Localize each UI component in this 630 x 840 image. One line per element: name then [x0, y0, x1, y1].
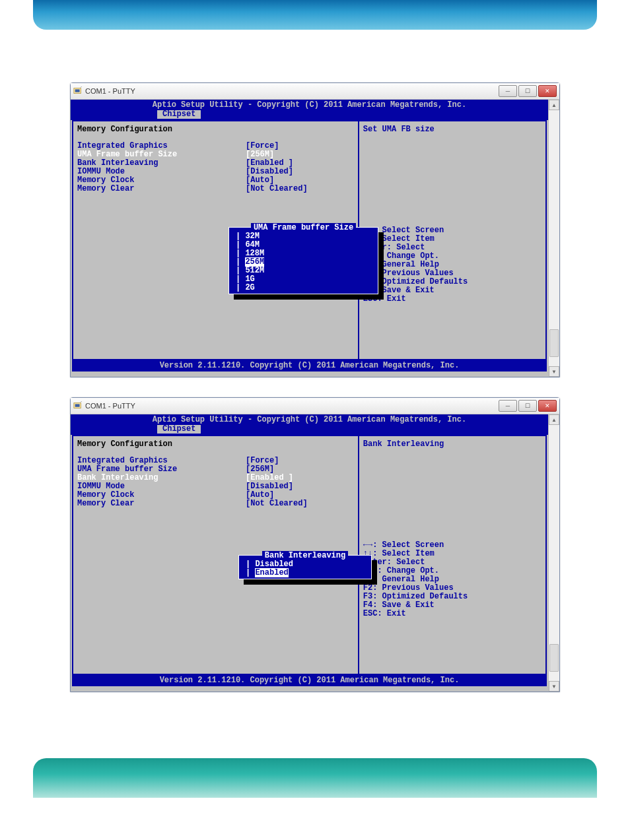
scrollbar[interactable]: ▲ ▼ [548, 414, 559, 692]
bios-right-col: Set UMA FB size ←→: Select Screen↑↓: Sel… [359, 121, 545, 359]
putty-icon [73, 86, 83, 96]
setting-row[interactable]: Memory Clear[Not Cleared] [77, 500, 354, 508]
scrollbar[interactable]: ▲ ▼ [548, 100, 559, 377]
window-controls: ─ ☐ ✕ [499, 85, 557, 97]
tab-chipset[interactable]: Chipset [157, 110, 201, 119]
setting-value: [Not Cleared] [246, 500, 308, 508]
bios-terminal[interactable]: Aptio Setup Utility - Copyright (C) 2011… [71, 100, 548, 377]
settings-list: Integrated Graphics[Force]UMA Frame buff… [77, 457, 354, 508]
setting-label: Memory Clear [77, 500, 246, 508]
popup-bank[interactable]: Bank Interleaving DisabledEnabled [238, 555, 372, 579]
bios-footer: Version 2.11.1210. Copyright (C) 2011 Am… [72, 675, 547, 686]
title-bar[interactable]: COM1 - PuTTY ─ ☐ ✕ [71, 83, 559, 100]
tab-chipset[interactable]: Chipset [157, 424, 201, 434]
scroll-thumb[interactable] [549, 329, 559, 357]
bios-left-col: Memory Configuration Integrated Graphics… [73, 436, 359, 674]
minimize-button[interactable]: ─ [499, 85, 517, 97]
key-help: ←→: Select Screen↑↓: Select ItemEnter: S… [363, 541, 542, 618]
maximize-button[interactable]: ☐ [518, 85, 537, 97]
page-footer-banner [33, 758, 597, 798]
section-title: Memory Configuration [77, 125, 354, 134]
key-help: ←→: Select Screen↑↓: Select ItemEnter: S… [363, 226, 542, 304]
help-title: Bank Interleaving [363, 440, 542, 449]
bios-body: Memory Configuration Integrated Graphics… [72, 435, 547, 675]
bios-header: Aptio Setup Utility - Copyright (C) 2011… [71, 414, 548, 424]
help-line: ESC: Exit [363, 295, 542, 304]
bios-body: Memory Configuration Integrated Graphics… [72, 120, 547, 360]
svg-line-2 [81, 86, 83, 88]
maximize-button[interactable]: ☐ [518, 400, 537, 412]
bios-terminal[interactable]: Aptio Setup Utility - Copyright (C) 2011… [71, 414, 548, 692]
popup-item[interactable]: Enabled [239, 569, 371, 577]
putty-window-2: COM1 - PuTTY ─ ☐ ✕ Aptio Setup Utility -… [70, 397, 560, 692]
scroll-thumb[interactable] [549, 644, 559, 672]
bios-left-col: Memory Configuration Integrated Graphics… [73, 121, 359, 359]
window-title: COM1 - PuTTY [85, 402, 499, 410]
svg-rect-4 [75, 404, 80, 406]
setting-row[interactable]: Memory Clear[Not Cleared] [77, 185, 354, 193]
title-bar[interactable]: COM1 - PuTTY ─ ☐ ✕ [71, 398, 559, 414]
popup-uma[interactable]: UMA Frame buffer Size 32M64M128M256M 512… [228, 227, 378, 294]
bios-tab-row: Chipset [71, 424, 548, 435]
bios-right-col: Bank Interleaving ←→: Select Screen↑↓: S… [359, 436, 545, 674]
help-title: Set UMA FB size [363, 125, 542, 134]
close-button[interactable]: ✕ [538, 400, 557, 412]
page-header-banner [33, 0, 597, 30]
section-title: Memory Configuration [77, 440, 354, 449]
minimize-button[interactable]: ─ [499, 400, 517, 412]
setting-label: Memory Clear [77, 185, 246, 193]
settings-list: Integrated Graphics[Force]UMA Frame buff… [77, 142, 354, 193]
svg-rect-1 [75, 89, 80, 92]
scroll-up-icon[interactable]: ▲ [549, 414, 559, 425]
bios-header: Aptio Setup Utility - Copyright (C) 2011… [71, 100, 548, 110]
setting-value: [Not Cleared] [246, 185, 308, 193]
bios-footer: Version 2.11.1210. Copyright (C) 2011 Am… [72, 360, 547, 372]
scroll-up-icon[interactable]: ▲ [549, 100, 559, 110]
scroll-down-icon[interactable]: ▼ [549, 366, 559, 377]
popup-item[interactable]: 2G [229, 284, 378, 292]
scroll-down-icon[interactable]: ▼ [549, 681, 559, 692]
help-line: ESC: Exit [363, 610, 542, 618]
close-button[interactable]: ✕ [538, 85, 557, 97]
putty-icon [73, 401, 83, 410]
svg-line-5 [81, 401, 83, 403]
putty-window-1: COM1 - PuTTY ─ ☐ ✕ Aptio Setup Utility -… [70, 82, 560, 377]
window-controls: ─ ☐ ✕ [499, 400, 557, 412]
bios-tab-row: Chipset [71, 110, 548, 120]
window-title: COM1 - PuTTY [85, 87, 499, 95]
